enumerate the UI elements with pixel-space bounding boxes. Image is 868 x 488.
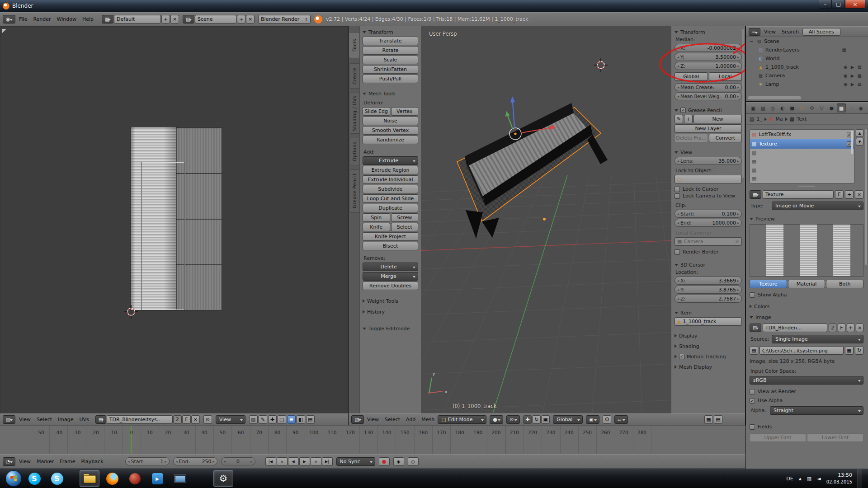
panel-header-transform[interactable]: Transform — [363, 28, 418, 36]
tool-tab-tools[interactable]: Tools — [349, 32, 360, 58]
properties-tab[interactable]: ● — [827, 103, 836, 113]
properties-tab[interactable]: ▦ — [837, 103, 846, 113]
image-users-button[interactable]: 2 — [829, 324, 836, 332]
menu-item[interactable]: Render — [33, 16, 51, 22]
taskbar-media-player-icon[interactable]: ▶ — [147, 470, 167, 487]
tool-button[interactable]: Vertex — [391, 107, 419, 116]
tool-button[interactable]: Spin — [363, 213, 390, 222]
texture-slot-row[interactable]: ▦ LoftTexDiff.fx ✓ — [750, 130, 854, 139]
scene-browse-button[interactable]: ▤ — [183, 15, 194, 23]
tool-button[interactable]: Scale — [363, 56, 418, 64]
grease-pencil-checkbox[interactable]: ✓ — [680, 108, 686, 113]
panel-header-mesh-tools[interactable]: Mesh Tools — [363, 90, 418, 97]
fields-checkbox[interactable] — [750, 424, 755, 430]
start-button[interactable] — [5, 470, 22, 487]
orientation-select[interactable]: Global — [553, 415, 583, 424]
panel-header-weight-tools[interactable]: Weight Tools — [363, 297, 418, 305]
scale-manipulator-button[interactable]: ▣ — [541, 415, 550, 424]
menu-item[interactable]: Help — [82, 16, 94, 22]
taskbar-clock[interactable]: 13:50 02.03.2015 — [826, 472, 852, 485]
show-alpha-row[interactable]: Show Alpha — [750, 292, 863, 298]
snap-element-select[interactable]: ▱ — [614, 415, 628, 424]
lock-camera-checkbox[interactable] — [675, 193, 680, 199]
outliner-row-track[interactable]: ▲ 1_1000_track ◉▶▦ — [746, 63, 868, 71]
panel-header-toggle-editmode[interactable]: Toggle Editmode — [363, 325, 418, 332]
remove-doubles-button[interactable]: Remove Doubles — [363, 282, 418, 290]
window-titlebar[interactable]: Blender – □ × — [0, 0, 868, 12]
taskbar-firefox-icon[interactable] — [102, 470, 122, 487]
tool-tab-create[interactable]: Create — [349, 63, 360, 89]
panel-header-view[interactable]: View — [675, 149, 742, 156]
render-toggle-icon[interactable]: ▦ — [842, 47, 846, 52]
menu-item[interactable]: UVs — [80, 417, 89, 422]
fake-user-button[interactable]: F — [182, 415, 191, 424]
pin-button[interactable]: ⊙ — [203, 415, 212, 424]
rotate-manipulator-button[interactable]: ↻ — [532, 415, 541, 424]
region-corner-widget[interactable] — [2, 29, 6, 33]
texture-slot-empty[interactable]: ▦ — [750, 157, 854, 166]
image-name-field[interactable]: TDR_Blinden... — [763, 324, 827, 332]
menu-item[interactable]: Marker — [37, 459, 54, 465]
uv-selection-rectangle[interactable] — [142, 162, 184, 310]
image-users-button[interactable]: 2 — [173, 415, 182, 424]
tool-button[interactable]: Noise — [363, 117, 418, 125]
new-image-icon-button[interactable]: ✚ — [268, 415, 277, 424]
tool-button[interactable]: Duplicate — [363, 204, 418, 212]
remove-menu[interactable]: Merge — [363, 272, 418, 281]
fields-row[interactable]: Fields — [750, 424, 863, 430]
texture-new-button[interactable]: + — [845, 190, 854, 199]
unlink-image-button[interactable]: × — [191, 415, 200, 424]
tool-button[interactable]: Smooth Vertex — [363, 126, 418, 135]
browse-file-button[interactable]: ▦ — [845, 346, 854, 355]
properties-tab[interactable]: ∴ — [847, 103, 856, 113]
jump-to-end-button[interactable]: ▶| — [322, 457, 333, 466]
mean-crease-field[interactable]: ◂Mean Crease:0.00▸ — [675, 83, 742, 91]
properties-tab[interactable]: ◎ — [768, 103, 777, 113]
outliner-row-camera[interactable]: ▦ Camera ◉▶▦ — [746, 71, 868, 80]
menu-item[interactable]: Mesh — [421, 417, 434, 422]
menu-item[interactable]: Image — [58, 417, 73, 422]
add-layout-button[interactable]: + — [161, 15, 170, 23]
paint-icon-button[interactable]: ✎ — [259, 415, 267, 424]
panel-header-display[interactable]: Display — [675, 332, 742, 339]
render-border-checkbox[interactable] — [675, 249, 680, 255]
tray-volume-icon[interactable]: ◄ — [817, 476, 821, 482]
breadcrumb-material[interactable]: Ma — [776, 116, 783, 122]
visibility-toggle-icon[interactable]: ◉ — [844, 82, 848, 87]
gp-new-button[interactable]: New — [693, 115, 742, 123]
texture-browse-button[interactable]: ▦ — [750, 190, 761, 199]
uv-mode-select[interactable]: View — [216, 415, 245, 424]
show-desktop-button[interactable] — [858, 469, 862, 488]
viewport-shading-select[interactable]: ● — [490, 415, 503, 424]
taskbar-app-icon[interactable] — [125, 470, 145, 487]
menu-item[interactable]: Window — [57, 16, 76, 22]
lock-camera-row[interactable]: Lock Camera to View — [675, 193, 742, 199]
menu-item[interactable]: View — [19, 459, 31, 465]
opengl-render-button[interactable]: ▦ — [704, 415, 713, 424]
render-engine-select[interactable]: Blender Render ⇕ — [258, 15, 311, 23]
preview-texture-button[interactable]: Texture — [750, 280, 787, 288]
texture-slot-empty[interactable]: ▦ — [750, 174, 854, 183]
use-alpha-row[interactable]: ✓Use Alpha — [750, 398, 863, 404]
reload-image-button[interactable]: ↻ — [855, 346, 863, 355]
expand-icon[interactable]: − — [749, 39, 755, 44]
play-reverse-button[interactable]: ◀ — [288, 457, 299, 466]
lock-to-cursor-row[interactable]: Lock to Cursor — [675, 186, 742, 192]
local-camera-field[interactable]: ▦Camera× — [675, 237, 742, 246]
panel-header-preview[interactable]: Preview — [750, 215, 863, 222]
outliner-row-world[interactable]: ◐ World — [746, 54, 868, 63]
selectability-toggle-icon[interactable]: ▶ — [851, 73, 854, 78]
image-browse-button[interactable]: ▤ — [750, 324, 761, 332]
properties-tab[interactable]: ■ — [788, 103, 797, 113]
next-keyframe-button[interactable]: » — [311, 457, 321, 466]
menu-item[interactable]: View — [19, 417, 31, 422]
selectability-toggle-icon[interactable]: ▶ — [851, 82, 854, 87]
taskbar-image-viewer-icon[interactable] — [170, 470, 190, 487]
list-resize-grip[interactable] — [798, 185, 815, 188]
texture-slot-empty[interactable]: ▦ — [750, 149, 854, 157]
language-indicator[interactable]: DE — [786, 476, 793, 482]
selectability-toggle-icon[interactable]: ▶ — [851, 65, 854, 70]
properties-tab[interactable]: ◐ — [778, 103, 787, 113]
image-filepath-field[interactable]: C:\Users\Sch...itsystem.png — [760, 346, 844, 355]
taskbar-skype2-icon[interactable]: S — [47, 470, 67, 487]
